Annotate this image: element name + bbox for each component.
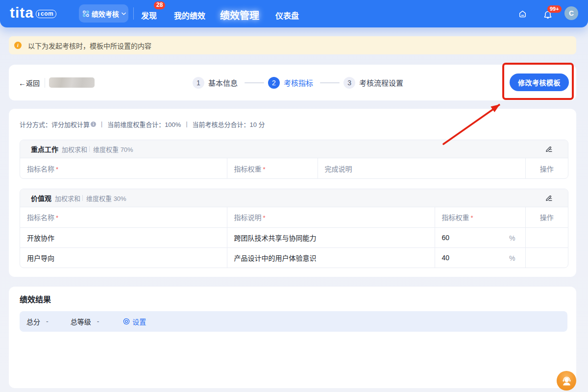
svg-text:i: i (17, 43, 19, 48)
